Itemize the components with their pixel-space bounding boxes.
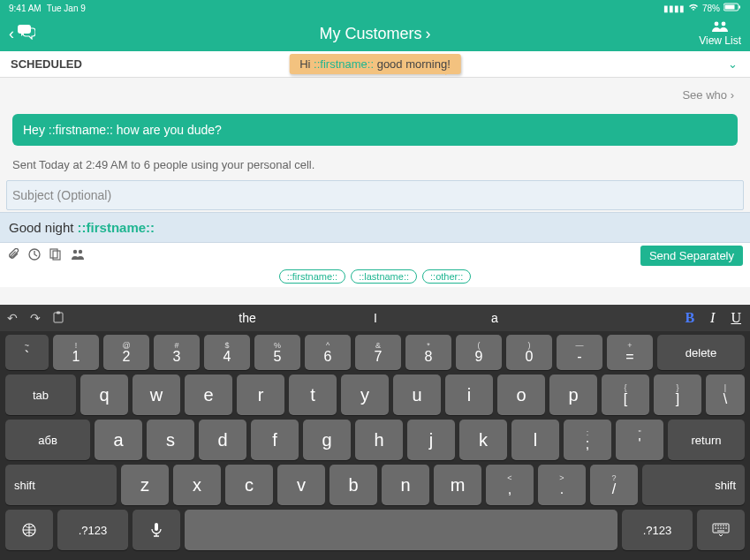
chevron-down-icon[interactable]: ⌄ bbox=[728, 57, 738, 71]
key-comma[interactable]: <, bbox=[486, 465, 534, 505]
key-tilde[interactable]: ~` bbox=[5, 335, 49, 370]
key-c[interactable]: c bbox=[225, 465, 273, 505]
svg-rect-13 bbox=[155, 523, 158, 531]
key-mic[interactable] bbox=[133, 510, 180, 550]
key-return[interactable]: return bbox=[668, 420, 745, 460]
key-left-bracket[interactable]: {[ bbox=[602, 375, 649, 415]
status-bar: 9:41 AM Tue Jan 9 ▮▮▮▮ 78% bbox=[0, 0, 750, 16]
key-u[interactable]: u bbox=[393, 375, 441, 415]
key-space[interactable] bbox=[185, 510, 617, 550]
key-0[interactable]: )0 bbox=[506, 335, 552, 370]
key-5[interactable]: %5 bbox=[254, 335, 300, 370]
key-shift-right[interactable]: shift bbox=[642, 465, 745, 505]
key-7[interactable]: &7 bbox=[355, 335, 401, 370]
bold-icon[interactable]: B bbox=[685, 310, 694, 326]
scheduled-preview-bubble: Hi ::firstname:: good morning! bbox=[289, 54, 461, 74]
key-i[interactable]: i bbox=[445, 375, 493, 415]
scheduled-row[interactable]: SCHEDULED Hi ::firstname:: good morning!… bbox=[0, 51, 750, 78]
key-period[interactable]: >. bbox=[538, 465, 586, 505]
page-title-button[interactable]: My Customers › bbox=[319, 25, 430, 43]
suggestion-2[interactable]: I bbox=[331, 311, 420, 325]
suggestion-3[interactable]: a bbox=[451, 311, 539, 325]
key-l[interactable]: l bbox=[511, 420, 559, 460]
pill-other[interactable]: ::other:: bbox=[422, 269, 471, 284]
see-who-link[interactable]: See who › bbox=[0, 78, 750, 109]
key-q[interactable]: q bbox=[80, 375, 128, 415]
subject-input[interactable]: Subject (Optional) bbox=[6, 180, 744, 210]
key-dash[interactable]: —- bbox=[557, 335, 602, 370]
undo-icon[interactable]: ↶ bbox=[7, 311, 18, 325]
svg-point-9 bbox=[79, 250, 82, 254]
key-h[interactable]: h bbox=[355, 420, 403, 460]
key-d[interactable]: d bbox=[199, 420, 246, 460]
key-4[interactable]: $4 bbox=[204, 335, 250, 370]
underline-icon[interactable]: U bbox=[731, 310, 741, 326]
placeholder-pills: ::firstname:: ::lastname:: ::other:: bbox=[0, 268, 750, 287]
key-semicolon[interactable]: :; bbox=[564, 420, 611, 460]
key-z[interactable]: z bbox=[121, 465, 169, 505]
onscreen-keyboard: ↶ ↷ the I a B I U ~` !1 @2 #3 $4 %5 ^6 &… bbox=[0, 305, 750, 560]
italic-icon[interactable]: I bbox=[710, 310, 715, 326]
key-6[interactable]: ^6 bbox=[305, 335, 351, 370]
key-1[interactable]: !1 bbox=[53, 335, 99, 370]
key-o[interactable]: o bbox=[497, 375, 545, 415]
svg-point-3 bbox=[715, 21, 719, 26]
key-dismiss-keyboard[interactable] bbox=[697, 510, 745, 550]
key-9[interactable]: (9 bbox=[456, 335, 502, 370]
key-p[interactable]: p bbox=[549, 375, 597, 415]
key-equals[interactable]: += bbox=[607, 335, 653, 370]
send-separately-button[interactable]: Send Separately bbox=[640, 246, 743, 266]
svg-rect-1 bbox=[725, 5, 735, 10]
key-3[interactable]: #3 bbox=[154, 335, 200, 370]
key-j[interactable]: j bbox=[407, 420, 455, 460]
key-backslash[interactable]: |\ bbox=[706, 375, 745, 415]
key-b[interactable]: b bbox=[330, 465, 377, 505]
key-slash[interactable]: ?/ bbox=[590, 465, 638, 505]
key-r[interactable]: r bbox=[237, 375, 284, 415]
key-f[interactable]: f bbox=[251, 420, 299, 460]
svg-rect-10 bbox=[54, 313, 63, 322]
page-title: My Customers bbox=[319, 25, 421, 43]
key-v[interactable]: v bbox=[277, 465, 325, 505]
key-g[interactable]: g bbox=[303, 420, 351, 460]
key-t[interactable]: t bbox=[289, 375, 337, 415]
key-2[interactable]: @2 bbox=[103, 335, 149, 370]
sent-message-row: Hey ::firstname:: how are you dude? bbox=[0, 109, 750, 151]
key-tab[interactable]: tab bbox=[5, 375, 76, 415]
key-quote[interactable]: "' bbox=[616, 420, 663, 460]
key-num-right[interactable]: .?123 bbox=[622, 510, 693, 550]
key-globe[interactable] bbox=[5, 510, 53, 550]
key-m[interactable]: m bbox=[434, 465, 481, 505]
attachment-icon[interactable] bbox=[7, 248, 19, 263]
svg-rect-2 bbox=[739, 6, 741, 9]
key-right-bracket[interactable]: }] bbox=[654, 375, 701, 415]
clock-icon[interactable] bbox=[28, 248, 41, 263]
key-w[interactable]: w bbox=[133, 375, 180, 415]
key-a[interactable]: a bbox=[95, 420, 142, 460]
back-button[interactable]: ‹ bbox=[9, 24, 35, 44]
key-num-left[interactable]: .?123 bbox=[57, 510, 128, 550]
pill-lastname[interactable]: ::lastname:: bbox=[351, 269, 417, 284]
view-list-button[interactable]: View List bbox=[699, 21, 741, 47]
key-delete[interactable]: delete bbox=[657, 335, 745, 370]
key-x[interactable]: x bbox=[173, 465, 221, 505]
redo-icon[interactable]: ↷ bbox=[30, 311, 41, 325]
battery-pct: 78% bbox=[702, 4, 720, 13]
suggestion-1[interactable]: the bbox=[203, 311, 292, 325]
chat-icon bbox=[18, 24, 35, 44]
template-icon[interactable] bbox=[49, 248, 62, 263]
pill-firstname[interactable]: ::firstname:: bbox=[279, 269, 345, 284]
key-shift-left[interactable]: shift bbox=[5, 465, 117, 505]
signal-icon: ▮▮▮▮ bbox=[663, 4, 685, 13]
clipboard-icon[interactable] bbox=[53, 311, 64, 326]
message-body-input[interactable]: Good night ::firstname:: bbox=[0, 212, 750, 243]
recipients-icon[interactable] bbox=[71, 248, 85, 262]
key-8[interactable]: *8 bbox=[405, 335, 451, 370]
key-lang[interactable]: абв bbox=[5, 420, 90, 460]
key-s[interactable]: s bbox=[147, 420, 194, 460]
key-y[interactable]: y bbox=[341, 375, 389, 415]
key-k[interactable]: k bbox=[459, 420, 507, 460]
key-n[interactable]: n bbox=[382, 465, 429, 505]
status-time: 9:41 AM bbox=[9, 4, 42, 13]
key-e[interactable]: e bbox=[185, 375, 232, 415]
